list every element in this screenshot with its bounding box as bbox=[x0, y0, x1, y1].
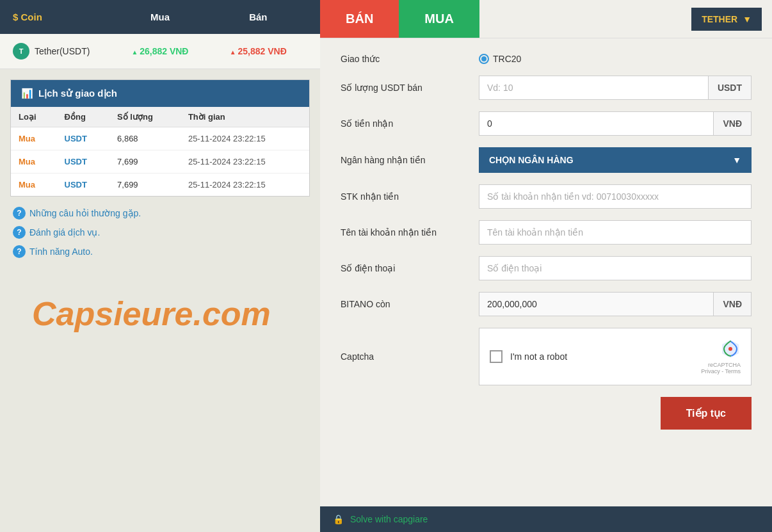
col-thoigian: Thời gian bbox=[181, 107, 309, 127]
captcha-box[interactable]: I'm not a robot reCAPTCHA Privacy - Term… bbox=[479, 328, 752, 385]
watermark: Capsieure.com bbox=[32, 294, 271, 333]
row-type: Mua bbox=[11, 150, 57, 173]
col-dong: Đồng bbox=[57, 107, 110, 127]
capgiare-text: Solve with capgiare bbox=[350, 514, 428, 524]
coin-label: Tether(USDT) bbox=[35, 46, 90, 56]
submit-row: Tiếp tục bbox=[341, 397, 752, 430]
history-section: 📊 Lịch sử giao dịch Loại Đồng Số lượng T… bbox=[10, 79, 310, 197]
row-type: Mua bbox=[11, 127, 57, 150]
radio-dot-inner bbox=[481, 56, 487, 61]
so-luong-row: Số lượng USDT bán USDT bbox=[341, 76, 752, 100]
row-coin: USDT bbox=[57, 150, 110, 173]
captcha-text: I'm not a robot bbox=[510, 351, 567, 362]
arrow-up-icon2 bbox=[230, 46, 238, 56]
stk-label: STK nhận tiền bbox=[341, 191, 469, 202]
chart-icon: 📊 bbox=[21, 88, 33, 99]
ngan-hang-placeholder: CHỌN NGÂN HÀNG bbox=[489, 155, 574, 165]
captcha-row: Captcha I'm not a robot reCAPTCHA bbox=[341, 328, 752, 385]
tether-dropdown[interactable]: TETHER ▼ bbox=[691, 8, 762, 31]
tether-row: T Tether(USDT) 26,882 VNĐ 25,882 VNĐ bbox=[0, 34, 320, 69]
row-amount: 6,868 bbox=[109, 127, 181, 150]
question-icon: ? bbox=[13, 226, 26, 239]
table-row: Mua USDT 6,868 25-11-2024 23:22:15 bbox=[11, 127, 309, 150]
recaptcha-icon bbox=[720, 339, 741, 359]
so-tien-row: Số tiền nhận VNĐ bbox=[341, 111, 752, 136]
lock-icon: 🔒 bbox=[333, 514, 344, 524]
giao-thuc-option[interactable]: TRC20 bbox=[479, 54, 521, 64]
table-row: Mua USDT 7,699 25-11-2024 23:22:15 bbox=[11, 173, 309, 197]
tether-icon: T bbox=[13, 43, 29, 60]
row-coin: USDT bbox=[57, 173, 110, 197]
col-loai: Loại bbox=[11, 107, 57, 127]
list-item[interactable]: ?Tính năng Auto. bbox=[13, 245, 307, 258]
col-coin-label: $ Coin bbox=[13, 12, 111, 22]
ngan-hang-row: Ngân hàng nhận tiền CHỌN NGÂN HÀNG ▼ bbox=[341, 147, 752, 173]
row-time: 25-11-2024 23:22:15 bbox=[181, 173, 309, 197]
row-amount: 7,699 bbox=[109, 150, 181, 173]
sdt-row: Số điện thoại bbox=[341, 256, 752, 280]
sdt-input[interactable] bbox=[479, 256, 752, 280]
bitano-suffix: VNĐ bbox=[714, 292, 752, 316]
links-section: ?Những câu hỏi thường gặp.?Đánh giá dịch… bbox=[0, 197, 320, 275]
link-text: Đánh giá dịch vụ. bbox=[29, 227, 100, 238]
ten-tk-row: Tên tài khoản nhận tiền bbox=[341, 220, 752, 245]
table-row: Mua USDT 7,699 25-11-2024 23:22:15 bbox=[11, 150, 309, 173]
col-soluong: Số lượng bbox=[109, 107, 181, 127]
so-luong-input-group: USDT bbox=[479, 76, 752, 100]
so-tien-label: Số tiền nhận bbox=[341, 118, 469, 129]
history-header: 📊 Lịch sử giao dịch bbox=[11, 80, 309, 107]
col-mua-label: Mua bbox=[111, 12, 209, 22]
row-coin: USDT bbox=[57, 127, 110, 150]
ten-tk-input[interactable] bbox=[479, 220, 752, 245]
ngan-hang-select[interactable]: CHỌN NGÂN HÀNG ▼ bbox=[479, 147, 752, 173]
svg-point-0 bbox=[728, 347, 732, 351]
history-table: Loại Đồng Số lượng Thời gian Mua USDT 6,… bbox=[11, 107, 309, 196]
so-luong-suffix: USDT bbox=[709, 76, 752, 100]
stk-row: STK nhận tiền bbox=[341, 184, 752, 209]
bitano-input-group: VNĐ bbox=[479, 292, 752, 316]
price-mua: 26,882 VNĐ bbox=[111, 46, 209, 56]
bank-dropdown-arrow: ▼ bbox=[732, 155, 741, 165]
list-item[interactable]: ?Đánh giá dịch vụ. bbox=[13, 226, 307, 239]
tether-dropdown-label: TETHER bbox=[702, 14, 737, 24]
price-ban: 25,882 VNĐ bbox=[209, 46, 307, 56]
row-amount: 7,699 bbox=[109, 173, 181, 197]
col-ban-label: Bán bbox=[209, 12, 307, 22]
so-tien-input-group: VNĐ bbox=[479, 111, 752, 136]
arrow-up-icon bbox=[132, 46, 140, 56]
captcha-right: reCAPTCHA Privacy - Terms bbox=[701, 339, 741, 375]
row-type: Mua bbox=[11, 173, 57, 197]
recaptcha-sub: Privacy - Terms bbox=[701, 368, 741, 375]
row-time: 25-11-2024 23:22:15 bbox=[181, 127, 309, 150]
capgiare-bar: 🔒 Solve with capgiare bbox=[320, 506, 772, 532]
history-title: Lịch sử giao dịch bbox=[38, 88, 117, 99]
dropdown-arrow-icon: ▼ bbox=[743, 14, 752, 24]
question-icon: ? bbox=[13, 207, 26, 220]
captcha-left: I'm not a robot bbox=[490, 350, 567, 363]
list-item[interactable]: ?Những câu hỏi thường gặp. bbox=[13, 207, 307, 220]
link-text: Những câu hỏi thường gặp. bbox=[29, 208, 141, 218]
radio-trc20[interactable] bbox=[479, 54, 489, 64]
captcha-label: Captcha bbox=[341, 351, 469, 362]
sdt-label: Số điện thoại bbox=[341, 263, 469, 273]
so-tien-input[interactable] bbox=[479, 111, 714, 136]
bitano-row: BITANO còn VNĐ bbox=[341, 292, 752, 316]
tab-mua[interactable]: MUA bbox=[399, 0, 479, 38]
row-time: 25-11-2024 23:22:15 bbox=[181, 150, 309, 173]
bitano-input[interactable] bbox=[479, 292, 714, 316]
coin-name: T Tether(USDT) bbox=[13, 43, 111, 60]
top-tabs: BÁN MUA TETHER ▼ bbox=[320, 0, 772, 38]
stk-input[interactable] bbox=[479, 184, 752, 209]
recaptcha-label: reCAPTCHA bbox=[701, 362, 741, 368]
tab-ban[interactable]: BÁN bbox=[320, 0, 399, 38]
ngan-hang-label: Ngân hàng nhận tiền bbox=[341, 155, 469, 165]
so-tien-suffix: VNĐ bbox=[714, 111, 752, 136]
giao-thuc-row: Giao thức TRC20 bbox=[341, 54, 752, 64]
link-text: Tính năng Auto. bbox=[29, 246, 93, 257]
question-icon: ? bbox=[13, 245, 26, 258]
giao-thuc-label: Giao thức bbox=[341, 54, 469, 64]
captcha-checkbox[interactable] bbox=[490, 350, 503, 363]
submit-button[interactable]: Tiếp tục bbox=[661, 397, 752, 430]
so-luong-input[interactable] bbox=[479, 76, 709, 100]
form-container: Giao thức TRC20 Số lượng USDT bán USDT bbox=[320, 38, 772, 455]
